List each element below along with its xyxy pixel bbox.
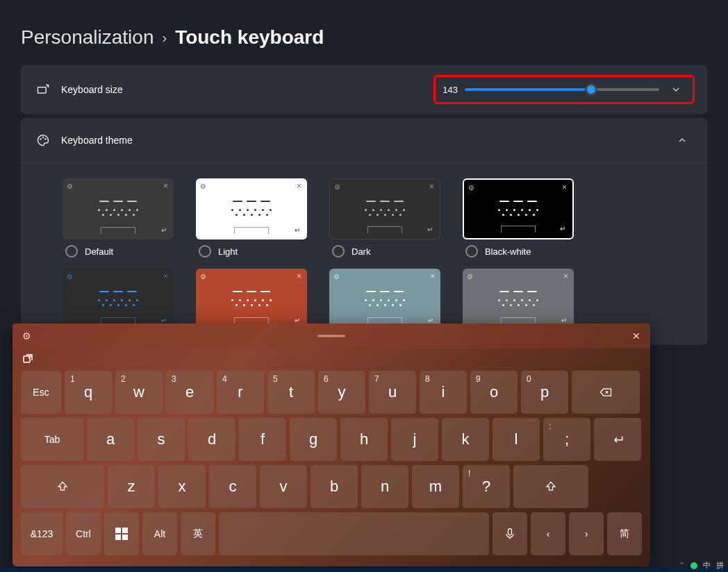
p-key[interactable]: 0p: [521, 371, 568, 414]
palette-icon: [36, 133, 50, 147]
theme-preview[interactable]: ⚙×↵: [196, 178, 307, 239]
gear-icon[interactable]: ⚙: [22, 330, 31, 342]
theme-option[interactable]: ⚙×↵Black-white: [463, 178, 588, 263]
breadcrumb-parent[interactable]: Personalization: [21, 26, 154, 49]
theme-option[interactable]: ⚙×↵: [463, 269, 588, 330]
h-key[interactable]: h: [340, 418, 388, 461]
theme-preview[interactable]: ⚙×↵: [196, 269, 307, 330]
l-key[interactable]: l: [493, 418, 540, 461]
d-key[interactable]: d: [188, 418, 235, 461]
theme-option[interactable]: ⚙×↵: [329, 269, 454, 330]
theme-label: Black-white: [485, 246, 531, 257]
undock-button[interactable]: [13, 348, 650, 368]
shift-key[interactable]: [513, 465, 588, 508]
enter-key[interactable]: [594, 418, 641, 461]
theme-preview[interactable]: ⚙×↵: [329, 269, 440, 330]
g-key[interactable]: g: [290, 418, 337, 461]
s-key[interactable]: s: [138, 418, 185, 461]
ctrl-key[interactable]: Ctrl: [66, 512, 101, 555]
z-key[interactable]: z: [108, 465, 155, 508]
keyboard-size-label: Keyboard size: [61, 84, 123, 95]
chevron-right-icon: ›: [162, 30, 167, 46]
q-key[interactable]: 1q: [65, 371, 112, 414]
backspace-key[interactable]: [572, 371, 640, 414]
space-key[interactable]: [219, 512, 489, 555]
n-key[interactable]: n: [361, 465, 408, 508]
radio-icon[interactable]: [65, 245, 78, 258]
f-key[interactable]: f: [239, 418, 286, 461]
collapse-theme-button[interactable]: [672, 131, 692, 150]
ime-indicator-2[interactable]: 拼: [716, 560, 724, 571]
x-key[interactable]: x: [158, 465, 206, 508]
mic-key[interactable]: [493, 512, 527, 555]
key-key[interactable]: ›: [569, 512, 604, 555]
key-key[interactable]: !?: [463, 465, 510, 508]
e-key[interactable]: 3e: [166, 371, 213, 414]
o-key[interactable]: 9o: [470, 371, 518, 414]
j-key[interactable]: j: [391, 418, 438, 461]
svg-rect-5: [508, 529, 512, 535]
radio-icon[interactable]: [199, 245, 211, 258]
theme-label: Default: [85, 246, 113, 257]
i-key[interactable]: 8i: [420, 371, 467, 414]
svg-point-2: [42, 137, 44, 138]
u-key[interactable]: 7u: [369, 371, 416, 414]
key-key[interactable]: ‹: [531, 512, 565, 555]
system-tray[interactable]: ⌃ 中 拼: [679, 560, 724, 571]
keyboard-size-icon: [36, 83, 50, 96]
theme-label: Dark: [351, 246, 370, 257]
keyboard-size-value: 143: [442, 85, 458, 95]
theme-option[interactable]: ⚙×↵Light: [196, 178, 321, 263]
ime-indicator-1[interactable]: 中: [703, 560, 711, 571]
m-key[interactable]: m: [412, 465, 459, 508]
close-icon[interactable]: ✕: [632, 330, 640, 342]
theme-preview[interactable]: ⚙×↵: [463, 178, 574, 239]
123-key[interactable]: &123: [21, 512, 63, 555]
breadcrumb: Personalization › Touch keyboard: [0, 0, 728, 65]
size-highlight-box: 143: [433, 75, 695, 104]
theme-preview[interactable]: ⚙×↵: [329, 178, 440, 239]
key-key[interactable]: :;: [543, 418, 590, 461]
b-key[interactable]: b: [311, 465, 358, 508]
svg-point-1: [40, 139, 42, 140]
shift-key[interactable]: [21, 465, 104, 508]
radio-icon[interactable]: [332, 245, 345, 258]
svg-point-3: [45, 139, 47, 140]
tray-status-icon[interactable]: [690, 562, 697, 569]
t-key[interactable]: 5t: [267, 371, 315, 414]
w-key[interactable]: 2w: [115, 371, 163, 414]
expand-size-button[interactable]: [666, 80, 686, 99]
drag-handle[interactable]: [317, 335, 345, 337]
radio-icon[interactable]: [465, 245, 478, 258]
page-title: Touch keyboard: [175, 26, 324, 49]
slider-thumb[interactable]: [585, 83, 597, 96]
touch-keyboard-titlebar[interactable]: ⚙ ✕: [13, 323, 650, 348]
theme-preview[interactable]: ⚙×↵: [63, 269, 174, 330]
svg-rect-0: [38, 87, 47, 93]
r-key[interactable]: 4r: [217, 371, 264, 414]
c-key[interactable]: c: [209, 465, 256, 508]
esc-key[interactable]: Esc: [21, 371, 61, 414]
a-key[interactable]: a: [87, 418, 134, 461]
alt-key[interactable]: Alt: [142, 512, 177, 555]
y-key[interactable]: 6y: [318, 371, 365, 414]
theme-label: Light: [218, 246, 238, 257]
theme-option[interactable]: ⚙×↵Dark: [329, 178, 454, 263]
keyboard-theme-card: Keyboard theme ⚙×↵Default⚙×↵Light⚙×↵Dark…: [21, 118, 707, 345]
theme-option[interactable]: ⚙×↵: [196, 269, 321, 330]
keyboard-theme-label: Keyboard theme: [61, 135, 133, 146]
win-key[interactable]: [104, 512, 139, 555]
theme-preview[interactable]: ⚙×↵: [63, 178, 174, 239]
taskbar: [0, 568, 728, 572]
touch-keyboard: ⚙ ✕ Esc1q2w3e4r5t6y7u8i9o0pTabasdfghjkl:…: [13, 323, 650, 566]
key-key[interactable]: 简: [607, 512, 642, 555]
v-key[interactable]: v: [260, 465, 307, 508]
theme-option[interactable]: ⚙×↵Default: [63, 178, 188, 263]
theme-option[interactable]: ⚙×↵: [63, 269, 188, 330]
keyboard-size-card: Keyboard size 143: [21, 65, 707, 114]
tab-key[interactable]: Tab: [21, 418, 83, 461]
keyboard-size-slider[interactable]: [465, 88, 659, 91]
key-key[interactable]: 英: [181, 512, 215, 555]
k-key[interactable]: k: [442, 418, 489, 461]
theme-preview[interactable]: ⚙×↵: [463, 269, 574, 330]
